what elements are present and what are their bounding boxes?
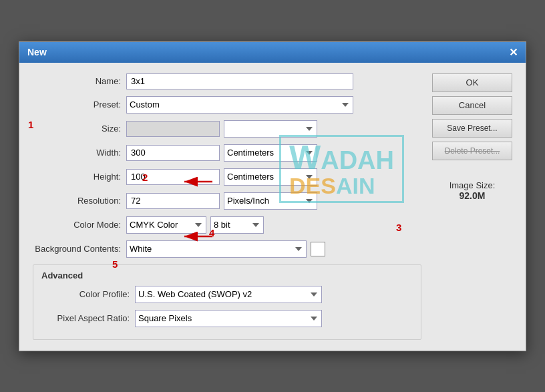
color-mode-row: Color Mode: CMYK Color Bitmap Grayscale … — [33, 216, 421, 234]
delete-preset-button[interactable]: Delete Preset... — [432, 142, 512, 160]
save-preset-button[interactable]: Save Preset... — [432, 119, 512, 138]
size-unit-select[interactable] — [224, 120, 317, 138]
title-bar: New ✕ — [19, 42, 526, 63]
image-size-value: 92.0M — [449, 190, 496, 201]
height-row: Height: Centimeters Pixels Inches — [33, 168, 421, 186]
resolution-label: Resolution: — [33, 196, 126, 206]
color-mode-label: Color Mode: — [33, 220, 126, 230]
height-unit-select[interactable]: Centimeters Pixels Inches — [224, 168, 317, 186]
aspect-select[interactable]: Square Pixels D1/DV NTSC (0.9) D1/DV PAL… — [135, 310, 322, 327]
color-mode-select[interactable]: CMYK Color Bitmap Grayscale RGB Color La… — [126, 216, 206, 234]
size-row: Size: — [33, 120, 421, 138]
right-buttons: OK Cancel Save Preset... Delete Preset..… — [432, 73, 512, 201]
bg-select[interactable]: White Background Color Transparent — [126, 240, 307, 258]
color-profile-row: Color Profile: U.S. Web Coated (SWOP) v2… — [41, 286, 413, 303]
aspect-ratio-row: Pixel Aspect Ratio: Square Pixels D1/DV … — [41, 310, 413, 327]
resolution-row: Resolution: Pixels/Inch Pixels/Centimete… — [33, 192, 421, 210]
form-section: Name: Preset: Custom Default Photoshop S… — [33, 73, 421, 340]
name-row: Name: — [33, 73, 421, 89]
width-unit-select[interactable]: Centimeters Pixels Inches Millimeters — [224, 144, 317, 162]
ok-button[interactable]: OK — [432, 73, 512, 92]
bg-color-swatch[interactable] — [311, 242, 325, 256]
aspect-label: Pixel Aspect Ratio: — [41, 313, 135, 323]
preset-row: Preset: Custom Default Photoshop Size U.… — [33, 96, 421, 114]
size-field — [126, 121, 220, 137]
cancel-button[interactable]: Cancel — [432, 96, 512, 115]
bg-label: Background Contents: — [33, 244, 126, 254]
delete-preset-label: Delete Preset... — [445, 146, 500, 156]
color-profile-label: Color Profile: — [41, 289, 135, 299]
main-content: Name: Preset: Custom Default Photoshop S… — [33, 73, 512, 340]
name-input[interactable] — [126, 73, 353, 89]
name-label: Name: — [33, 76, 126, 86]
advanced-title: Advanced — [41, 270, 413, 280]
resolution-input[interactable] — [126, 193, 220, 209]
bit-depth-select[interactable]: 8 bit 16 bit 32 bit — [210, 216, 264, 234]
preset-label: Preset: — [33, 100, 126, 110]
height-label: Height: — [33, 172, 126, 182]
image-size-info: Image Size: 92.0M — [449, 180, 496, 201]
background-row: Background Contents: White Background Co… — [33, 240, 421, 258]
height-input[interactable] — [126, 169, 220, 185]
resolution-unit-select[interactable]: Pixels/Inch Pixels/Centimeter — [224, 192, 317, 210]
dialog-title: New — [27, 47, 47, 57]
size-label: Size: — [33, 124, 126, 134]
advanced-section: Advanced Color Profile: U.S. Web Coated … — [33, 264, 421, 340]
new-dialog: New ✕ Name: Preset: Custom — [19, 41, 526, 351]
close-button[interactable]: ✕ — [509, 46, 518, 59]
image-size-label: Image Size: — [449, 180, 496, 190]
width-input[interactable] — [126, 145, 220, 161]
width-row: Width: Centimeters Pixels Inches Millime… — [33, 144, 421, 162]
preset-select[interactable]: Custom Default Photoshop Size U.S. Paper — [126, 96, 353, 114]
dialog-body: Name: Preset: Custom Default Photoshop S… — [19, 63, 526, 351]
width-label: Width: — [33, 148, 126, 158]
color-profile-select[interactable]: U.S. Web Coated (SWOP) v2 sRGB IEC61966-… — [135, 286, 322, 303]
